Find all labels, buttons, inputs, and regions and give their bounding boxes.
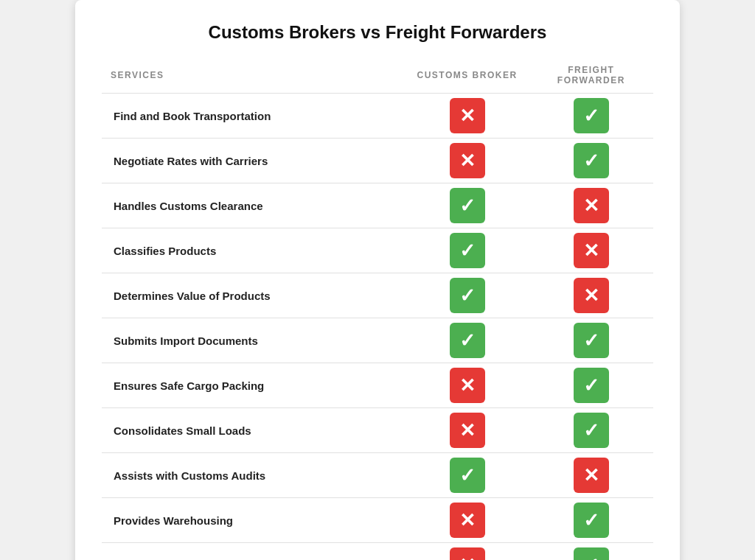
cross-icon	[450, 143, 485, 178]
table-row: Find and Book Transportation	[102, 94, 653, 139]
forwarder-icon-cell	[529, 183, 653, 228]
table-row: Consolidates Small Loads	[102, 408, 653, 453]
forwarder-icon-cell	[529, 228, 653, 273]
check-icon	[450, 188, 485, 223]
service-name-cell: Submits Import Documents	[102, 318, 405, 363]
table-row: Assists with Customs Audits	[102, 453, 653, 498]
comparison-table: SERVICES CUSTOMS BROKER FREIGHT FORWARDE…	[102, 60, 653, 560]
cross-icon	[574, 188, 609, 223]
col-header-broker: CUSTOMS BROKER	[405, 60, 529, 94]
forwarder-icon-cell	[529, 273, 653, 318]
cross-icon	[450, 368, 485, 403]
forwarder-icon-cell	[529, 94, 653, 139]
broker-icon-cell	[405, 94, 529, 139]
table-row: Provides Tracking	[102, 543, 653, 561]
table-header-row: SERVICES CUSTOMS BROKER FREIGHT FORWARDE…	[102, 60, 653, 94]
broker-icon-cell	[405, 183, 529, 228]
check-icon	[450, 323, 485, 358]
broker-icon-cell	[405, 498, 529, 543]
service-name-cell: Classifies Products	[102, 228, 405, 273]
cross-icon	[574, 458, 609, 493]
check-icon	[574, 547, 609, 560]
check-icon	[450, 233, 485, 268]
table-body: Find and Book TransportationNegotiate Ra…	[102, 94, 653, 561]
service-name-cell: Ensures Safe Cargo Packing	[102, 363, 405, 408]
service-name-cell: Provides Tracking	[102, 543, 405, 561]
forwarder-icon-cell	[529, 408, 653, 453]
broker-icon-cell	[405, 453, 529, 498]
check-icon	[574, 368, 609, 403]
table-row: Ensures Safe Cargo Packing	[102, 363, 653, 408]
check-icon	[574, 98, 609, 133]
check-icon	[450, 278, 485, 313]
check-icon	[574, 503, 609, 538]
service-name-cell: Find and Book Transportation	[102, 94, 405, 139]
forwarder-icon-cell	[529, 498, 653, 543]
page-title: Customs Brokers vs Freight Forwarders	[102, 22, 653, 43]
check-icon	[574, 323, 609, 358]
broker-icon-cell	[405, 228, 529, 273]
broker-icon-cell	[405, 318, 529, 363]
col-header-forwarder: FREIGHT FORWARDER	[529, 60, 653, 94]
forwarder-icon-cell	[529, 543, 653, 561]
forwarder-icon-cell	[529, 139, 653, 183]
table-row: Provides Warehousing	[102, 498, 653, 543]
cross-icon	[574, 233, 609, 268]
forwarder-icon-cell	[529, 363, 653, 408]
forwarder-icon-cell	[529, 318, 653, 363]
comparison-table-wrap: SERVICES CUSTOMS BROKER FREIGHT FORWARDE…	[102, 60, 653, 560]
broker-icon-cell	[405, 363, 529, 408]
cross-icon	[450, 547, 485, 560]
check-icon	[450, 458, 485, 493]
cross-icon	[574, 278, 609, 313]
cross-icon	[450, 413, 485, 448]
service-name-cell: Negotiate Rates with Carriers	[102, 139, 405, 183]
cross-icon	[450, 503, 485, 538]
broker-icon-cell	[405, 543, 529, 561]
table-row: Submits Import Documents	[102, 318, 653, 363]
col-header-services: SERVICES	[102, 60, 405, 94]
broker-icon-cell	[405, 273, 529, 318]
service-name-cell: Consolidates Small Loads	[102, 408, 405, 453]
service-name-cell: Assists with Customs Audits	[102, 453, 405, 498]
table-row: Determines Value of Products	[102, 273, 653, 318]
service-name-cell: Determines Value of Products	[102, 273, 405, 318]
broker-icon-cell	[405, 139, 529, 183]
cross-icon	[450, 98, 485, 133]
check-icon	[574, 143, 609, 178]
service-name-cell: Handles Customs Clearance	[102, 183, 405, 228]
table-row: Classifies Products	[102, 228, 653, 273]
table-row: Negotiate Rates with Carriers	[102, 139, 653, 183]
main-card: Customs Brokers vs Freight Forwarders SE…	[75, 0, 680, 560]
broker-icon-cell	[405, 408, 529, 453]
check-icon	[574, 413, 609, 448]
forwarder-icon-cell	[529, 453, 653, 498]
table-row: Handles Customs Clearance	[102, 183, 653, 228]
service-name-cell: Provides Warehousing	[102, 498, 405, 543]
